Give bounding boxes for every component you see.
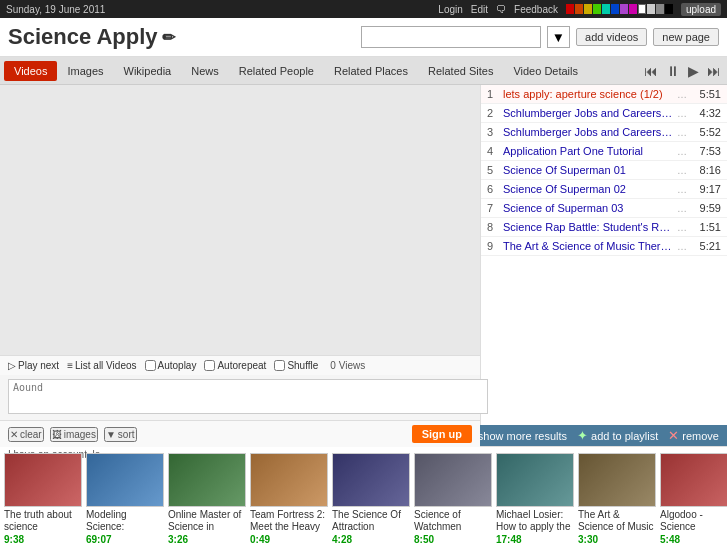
login-link[interactable]: Login [438, 4, 462, 15]
playlist-item[interactable]: 9 The Art & Science of Music Therapy (pa… [481, 237, 727, 256]
thumbnail-duration: 4:28 [332, 534, 410, 545]
thumbnail-item[interactable]: Michael Losier: How to apply the 17:48 [496, 453, 574, 545]
thumbnail-duration: 9:38 [4, 534, 82, 545]
playlist-item-num: 7 [487, 202, 503, 214]
sort-icon: ▼ [106, 429, 116, 440]
tab-related-sites[interactable]: Related Sites [418, 61, 503, 81]
playlist-item-num: 8 [487, 221, 503, 233]
header: Science Apply ✏ ▼ add videos new page [0, 18, 727, 57]
thumbnail-item[interactable]: The truth about science 9:38 [4, 453, 82, 545]
tab-related-places[interactable]: Related Places [324, 61, 418, 81]
playlist-item-num: 6 [487, 183, 503, 195]
thumbnail-item[interactable]: Algodoo - Science 5:48 [660, 453, 727, 545]
video-player[interactable] [0, 85, 480, 355]
thumbnail-item[interactable]: Science of Watchmen 8:50 [414, 453, 492, 545]
playlist-item-dots: … [677, 241, 687, 252]
playlist-item-num: 2 [487, 107, 503, 119]
playlist-item-title: Schlumberger Jobs and Careers: Higor... [503, 107, 673, 119]
clear-button[interactable]: ✕ clear [8, 427, 44, 442]
playlist-item-duration: 7:53 [691, 145, 721, 157]
tab-news[interactable]: News [181, 61, 229, 81]
thumbnail-title: The Art & Science of Music [578, 509, 656, 533]
prev-prev-button[interactable]: ⏮ [642, 61, 660, 81]
thumbnail-duration: 0:49 [250, 534, 328, 545]
next-next-button[interactable]: ⏭ [705, 61, 723, 81]
site-title: Science Apply [8, 24, 158, 50]
list-icon: ≡ [67, 360, 73, 371]
thumbnail-item[interactable]: Modeling Science: 69:07 [86, 453, 164, 545]
remove-button[interactable]: ✕ remove [668, 428, 719, 443]
pencil-icon[interactable]: ✏ [162, 28, 175, 47]
play-next-button[interactable]: ▷ Play next [8, 360, 59, 371]
feedback-link[interactable]: Feedback [514, 4, 558, 15]
playlist-item[interactable]: 7 Science of Superman 03 … 9:59 [481, 199, 727, 218]
tab-related-people[interactable]: Related People [229, 61, 324, 81]
playlist-item-duration: 5:51 [691, 88, 721, 100]
thumbnail-item[interactable]: The Art & Science of Music 3:30 [578, 453, 656, 545]
add-videos-button[interactable]: add videos [576, 28, 647, 46]
tab-wikipedia[interactable]: Wikipedia [114, 61, 182, 81]
list-all-button[interactable]: ≡ List all Videos [67, 360, 136, 371]
video-area: ▷ Play next ≡ List all Videos Autoplay A… [0, 85, 481, 425]
thumbnail-title: Online Master of Science in [168, 509, 246, 533]
playlist-item-title: The Art & Science of Music Therapy (pa..… [503, 240, 673, 252]
add-to-playlist-button[interactable]: ✦ add to playlist [577, 428, 658, 443]
images-icon: 🖼 [52, 429, 62, 440]
tab-images[interactable]: Images [57, 61, 113, 81]
thumbnail-duration: 69:07 [86, 534, 164, 545]
sort-button[interactable]: ▼ sort [104, 427, 137, 442]
playlist-items: 1 lets apply: aperture science (1/2) … 5… [481, 85, 727, 256]
playlist-item-num: 3 [487, 126, 503, 138]
images-button[interactable]: 🖼 images [50, 427, 98, 442]
signup-bar: ✕ clear 🖼 images ▼ sort Sign up [0, 420, 480, 447]
playlist-item-duration: 9:59 [691, 202, 721, 214]
search-dropdown-button[interactable]: ▼ [547, 26, 570, 48]
thumbnail-duration: 3:26 [168, 534, 246, 545]
playlist-item-duration: 4:32 [691, 107, 721, 119]
playlist-item-duration: 5:52 [691, 126, 721, 138]
upload-button[interactable]: upload [681, 3, 721, 16]
playlist-item-title: Science Of Superman 02 [503, 183, 673, 195]
tab-videos[interactable]: Videos [4, 61, 57, 81]
playlist-item[interactable]: 8 Science Rap Battle: Student's Round … … [481, 218, 727, 237]
playlist-item[interactable]: 5 Science Of Superman 01 … 8:16 [481, 161, 727, 180]
playlist-item-num: 5 [487, 164, 503, 176]
thumbnail-image [86, 453, 164, 507]
autorepeat-checkbox[interactable]: Autorepeat [204, 360, 266, 371]
playlist: 1 lets apply: aperture science (1/2) … 5… [481, 85, 727, 425]
clear-icon: ✕ [10, 429, 18, 440]
playlist-item-title: Science Rap Battle: Student's Round [503, 221, 673, 233]
next-button[interactable]: ▶ [686, 61, 701, 81]
playlist-item[interactable]: 2 Schlumberger Jobs and Careers: Higor..… [481, 104, 727, 123]
thumbnail-item[interactable]: Team Fortress 2: Meet the Heavy 0:49 [250, 453, 328, 545]
thumbnail-title: The truth about science [4, 509, 82, 533]
playlist-item-duration: 1:51 [691, 221, 721, 233]
thumbnail-title: Science of Watchmen [414, 509, 492, 533]
thumbnail-image [660, 453, 727, 507]
playlist-item-title: lets apply: aperture science (1/2) [503, 88, 673, 100]
tab-video-details[interactable]: Video Details [503, 61, 588, 81]
new-page-button[interactable]: new page [653, 28, 719, 46]
color-palette[interactable] [566, 4, 673, 14]
playlist-item[interactable]: 3 Schlumberger Jobs and Careers: Omar...… [481, 123, 727, 142]
views-count: 0 Views [330, 360, 365, 371]
playlist-item[interactable]: 6 Science Of Superman 02 … 9:17 [481, 180, 727, 199]
pause-button[interactable]: ⏸ [664, 61, 682, 81]
playlist-item[interactable]: 4 Application Part One Tutorial … 7:53 [481, 142, 727, 161]
playlist-item-title: Application Part One Tutorial [503, 145, 673, 157]
edit-link[interactable]: Edit [471, 4, 488, 15]
playlist-item-title: Science of Superman 03 [503, 202, 673, 214]
playlist-item-dots: … [677, 89, 687, 100]
search-input[interactable] [361, 26, 541, 48]
autoplay-checkbox[interactable]: Autoplay [145, 360, 197, 371]
comment-input[interactable] [8, 379, 488, 414]
thumbnail-item[interactable]: Online Master of Science in 3:26 [168, 453, 246, 545]
nav-tabs: Videos Images Wikipedia News Related Peo… [0, 57, 727, 85]
playlist-item[interactable]: 1 lets apply: aperture science (1/2) … 5… [481, 85, 727, 104]
signup-button[interactable]: Sign up [412, 425, 472, 443]
thumbnail-item[interactable]: The Science Of Attraction 4:28 [332, 453, 410, 545]
shuffle-checkbox[interactable]: Shuffle [274, 360, 318, 371]
thumbnail-title: Modeling Science: [86, 509, 164, 533]
playlist-item-dots: … [677, 165, 687, 176]
playlist-item-dots: … [677, 184, 687, 195]
